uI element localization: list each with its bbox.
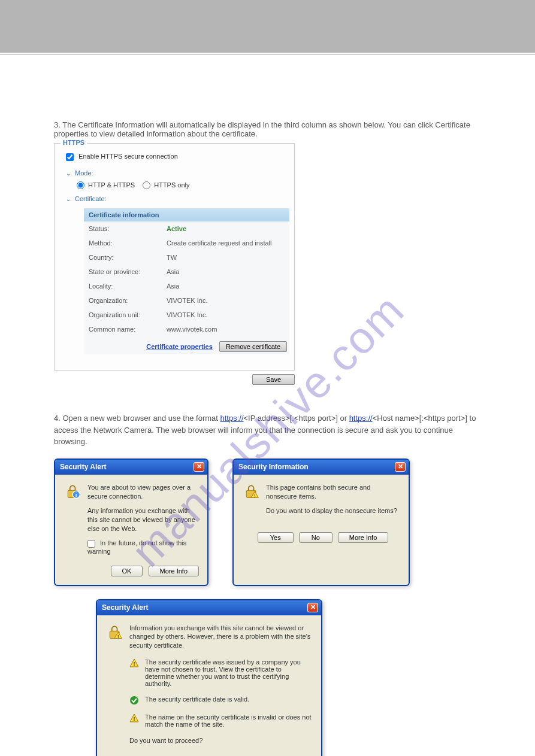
svg-text:!: ! [134,716,135,722]
dialog2-moreinfo-button[interactable]: More Info [338,532,388,543]
chevron-down-icon[interactable]: ⌄ [66,196,71,202]
check-circle-icon [129,696,139,705]
dialog2-title: Security Information [238,463,309,471]
close-icon[interactable]: ✕ [307,603,318,612]
remove-certificate-button[interactable]: Remove certificate [219,341,287,352]
cert-country-label: Country: [84,250,162,265]
cert-status-label: Status: [84,221,162,236]
cert-org-value: VIVOTEK Inc. [162,293,289,308]
svg-text:!: ! [254,493,256,498]
close-icon[interactable]: ✕ [194,462,204,472]
enable-https-label: Enable HTTPS secure connection [78,153,178,160]
dialog3-intro: Information you exchange with this site … [129,624,312,651]
cert-method-label: Method: [84,236,162,250]
certificate-table-header: Certificate information [84,208,289,221]
chevron-down-icon[interactable]: ⌄ [66,170,71,177]
dialog2-no-button[interactable]: No [299,532,333,543]
save-button[interactable]: Save [252,374,295,385]
security-information-dialog: Security Information ✕ ! This page conta… [232,459,410,586]
step4-text: 4. Open a new web browser and use the fo… [54,412,481,448]
warning-triangle-icon: ! [129,714,139,723]
header-bar: VIVOTEK [0,0,535,53]
mode-section-label: Mode: [75,169,93,177]
close-icon[interactable]: ✕ [395,462,406,472]
cert-orgunit-label: Organization unit: [84,308,162,322]
svg-text:!: ! [134,661,135,667]
cert-country-value: TW [162,250,289,265]
dialog3-title: Security Alert [102,603,149,612]
step4-mid1: <IP address>[:<https port>] or [244,414,349,423]
dialog1-chk-label: In the future, do not show this warning [87,539,186,555]
padlock-info-icon: i [65,483,81,500]
padlock-warning-icon: ! [107,624,123,640]
dialog2-line1: This page contains both secure and nonse… [266,483,399,501]
certificate-section-label: Certificate: [75,195,107,202]
cert-commonname-label: Common name: [84,322,162,336]
enable-https-checkbox[interactable] [66,153,74,161]
https-link-1[interactable]: https:// [220,414,244,423]
dialog3-item2: The security certificate date is valid. [145,696,249,705]
dialog2-line2: Do you want to display the nonsecure ite… [266,506,399,515]
cert-org-label: Organization: [84,293,162,308]
cert-locality-label: Locality: [84,279,162,293]
dialog1-line2: Any information you exchange with this s… [87,506,198,533]
step3-text: 3. The Certificate Information will auto… [54,120,481,138]
cert-locality-value: Asia [162,279,289,293]
mode-https-only-radio[interactable] [143,181,150,189]
step4-prefix: 4. Open a new web browser and use the fo… [54,414,220,423]
cert-commonname-value: www.vivotek.com [162,322,289,336]
cert-method-value: Create certificate request and install [162,236,289,250]
svg-text:i: i [75,491,77,497]
https-panel-title: HTTPS [61,139,87,146]
https-link-2[interactable]: https:// [349,414,373,423]
mode-http-https-radio[interactable] [77,181,84,189]
cert-state-value: Asia [162,265,289,279]
dialog1-moreinfo-button[interactable]: More Info [149,566,199,576]
certificate-properties-link[interactable]: Certificate properties [146,343,213,350]
warning-triangle-icon: ! [129,658,139,668]
security-alert-dialog-1: Security Alert ✕ i You are about to view… [54,459,208,586]
cert-orgunit-value: VIVOTEK Inc. [162,308,289,322]
dialog1-ok-button[interactable]: OK [111,566,143,576]
padlock-warning-icon: ! [243,483,260,500]
mode-http-https-label: HTTP & HTTPS [88,181,135,189]
dialog3-item3: The name on the security certificate is … [145,714,312,728]
certificate-table: Certificate information Status:Active Me… [84,208,289,354]
dialog2-yes-button[interactable]: Yes [258,532,294,543]
svg-text:!: ! [117,633,119,639]
dialog1-dont-show-checkbox[interactable] [87,540,95,548]
dialog1-line1: You are about to view pages over a secur… [87,483,198,501]
dialog1-title: Security Alert [60,463,107,471]
cert-state-label: State or province: [84,265,162,279]
dialog3-item1: The security certificate was issued by a… [145,658,312,687]
mode-https-only-label: HTTPS only [154,181,189,189]
https-panel: HTTPS Enable HTTPS secure connection ⌄ M… [54,143,295,371]
svg-point-11 [130,696,138,705]
cert-status-value: Active [167,225,186,232]
security-alert-dialog-2: Security Alert ✕ ! Information you excha… [96,599,322,757]
dialog3-proceed: Do you want to proceed? [129,736,312,745]
